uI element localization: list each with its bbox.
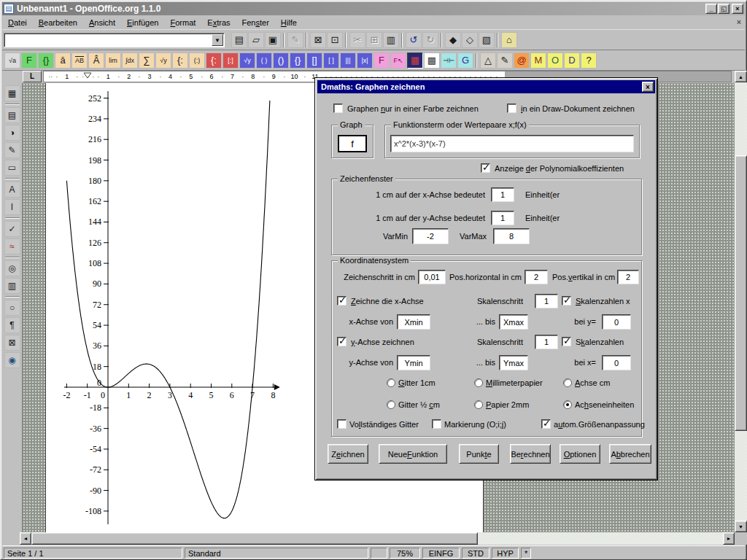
- radio-grid-half-cm[interactable]: [387, 400, 395, 409]
- radio-paper-2mm[interactable]: [474, 400, 483, 409]
- segment-ab-icon[interactable]: AB: [71, 52, 88, 69]
- checkbox-poly-coefficients[interactable]: [481, 163, 490, 173]
- red-brace-icon[interactable]: {:: [206, 52, 222, 69]
- draw-step-field[interactable]: 0,01: [418, 270, 446, 284]
- dmaths-web-icon[interactable]: @: [514, 52, 530, 69]
- draw-button[interactable]: Zeichnen: [328, 444, 368, 464]
- blue-bracket-icon[interactable]: []: [306, 52, 322, 69]
- drawing-tools-icon[interactable]: ✎: [497, 52, 513, 69]
- function-graph[interactable]: -2-1012345678252234216198180162144126108…: [46, 83, 352, 532]
- spellcheck-icon[interactable]: ✓: [4, 221, 20, 237]
- y-axis-from-field[interactable]: Ymin: [397, 355, 430, 370]
- dialog-title-bar[interactable]: Dmaths: Graphen zeichnen: [317, 80, 655, 93]
- indent-marker-icon[interactable]: [83, 72, 92, 79]
- nonprinting-characters-icon[interactable]: ¶: [4, 317, 20, 333]
- insert-icon[interactable]: ▤: [4, 107, 20, 123]
- function-f-icon[interactable]: F: [21, 52, 37, 69]
- menu-hilfe[interactable]: Hilfe: [275, 16, 303, 29]
- y-scale-step-field[interactable]: 1: [535, 335, 558, 349]
- sum-icon[interactable]: ∑: [139, 52, 155, 69]
- checkbox-draw-document[interactable]: [507, 104, 516, 113]
- scroll-left-icon[interactable]: ◄: [20, 532, 31, 545]
- menu-ansicht[interactable]: Ansicht: [83, 16, 121, 29]
- paste-icon[interactable]: ▥: [383, 32, 399, 48]
- checkbox-full-grid[interactable]: [337, 419, 347, 429]
- blue-paren-wide-icon[interactable]: ( ): [256, 52, 272, 69]
- root-y-icon[interactable]: √y: [155, 52, 171, 69]
- online-layout-icon[interactable]: ◉: [4, 352, 20, 368]
- limit-icon[interactable]: lim: [105, 52, 121, 69]
- integral-icon[interactable]: ∫dx: [122, 52, 138, 69]
- tab-stop-selector[interactable]: L: [23, 71, 42, 82]
- status-page-style[interactable]: Standard: [185, 548, 368, 559]
- direct-cursor-icon[interactable]: I: [4, 199, 20, 215]
- geometry-g-icon[interactable]: G: [457, 52, 473, 69]
- edit-file-icon[interactable]: ✎: [287, 32, 303, 48]
- x-scale-field[interactable]: 1: [491, 187, 514, 202]
- checkbox-draw-x-axis[interactable]: [337, 296, 347, 306]
- varmin-field[interactable]: -2: [412, 228, 449, 244]
- function-term-field[interactable]: x^2*(x-3)*(x-7): [390, 135, 634, 152]
- blue-root-icon[interactable]: √y: [239, 52, 255, 69]
- gallery-icon[interactable]: ▧: [479, 32, 495, 48]
- function-pointer-icon[interactable]: F↖: [390, 52, 406, 69]
- dialog-close-icon[interactable]: ×: [642, 82, 654, 92]
- calculate-button[interactable]: Berechnen: [510, 444, 551, 464]
- radio-axis-units[interactable]: [563, 400, 572, 409]
- open-icon[interactable]: ▱: [248, 32, 264, 48]
- checkbox-marking[interactable]: [432, 419, 441, 429]
- grid-paper-icon[interactable]: ▩: [424, 52, 440, 69]
- status-selection-mode[interactable]: STD: [462, 548, 489, 559]
- y-scale-field[interactable]: 1: [491, 211, 514, 225]
- checkbox-scale-numbers-x[interactable]: [562, 296, 571, 306]
- scroll-right-icon[interactable]: ►: [723, 532, 735, 545]
- dmaths-d-icon[interactable]: D: [564, 52, 580, 69]
- status-insert-mode[interactable]: EINFG: [422, 548, 460, 559]
- x-axis-to-field[interactable]: Xmax: [499, 314, 528, 330]
- points-button[interactable]: Punkte: [459, 444, 499, 464]
- pos-vertical-field[interactable]: 2: [617, 270, 639, 284]
- cancel-button[interactable]: Abbrechen: [609, 444, 651, 464]
- minimize-button[interactable]: _: [705, 4, 717, 14]
- close-button[interactable]: ×: [732, 4, 743, 14]
- url-combobox[interactable]: ▼: [4, 33, 225, 47]
- y-axis-to-field[interactable]: Ymax: [499, 355, 528, 370]
- graph-name-field[interactable]: f: [338, 135, 367, 152]
- undo-icon[interactable]: ↺: [406, 32, 422, 48]
- menu-format[interactable]: Format: [164, 16, 201, 29]
- blue-bracket-wide-icon[interactable]: [ ]: [323, 52, 339, 69]
- new-document-icon[interactable]: ▤: [231, 32, 247, 48]
- scroll-down-icon[interactable]: ▼: [735, 521, 747, 532]
- radio-millimeter-paper[interactable]: [474, 378, 483, 387]
- menu-einfuegen[interactable]: Einfügen: [121, 16, 164, 29]
- angle-a-icon[interactable]: Â: [88, 52, 104, 69]
- data-sources-icon[interactable]: ▥: [4, 278, 20, 294]
- paren-colon-icon[interactable]: (:): [189, 52, 205, 69]
- status-hyperlink-mode[interactable]: HYP: [492, 548, 519, 559]
- url-dropdown-button[interactable]: ▼: [212, 34, 223, 46]
- menu-bearbeiten[interactable]: Bearbeiten: [33, 16, 83, 29]
- varmax-field[interactable]: 8: [493, 228, 530, 244]
- checkbox-scale-numbers-y[interactable]: [562, 337, 571, 346]
- dmaths-m-icon[interactable]: M: [530, 52, 546, 69]
- vertical-scroll-thumb[interactable]: [735, 155, 747, 431]
- close-document-icon[interactable]: ×: [733, 17, 745, 28]
- find-replace-icon[interactable]: ◎: [4, 260, 20, 276]
- scroll-up-icon[interactable]: ▲: [735, 71, 747, 82]
- restore-button[interactable]: ◱: [718, 4, 729, 14]
- draw-functions-icon[interactable]: ✎: [4, 142, 20, 158]
- red-bracket-icon[interactable]: [:]: [222, 52, 239, 69]
- parallel-bars-icon[interactable]: |||: [340, 52, 356, 69]
- insert-object-icon[interactable]: ◑: [4, 125, 20, 141]
- redo-icon[interactable]: ↻: [422, 32, 438, 48]
- x-scale-step-field[interactable]: 1: [535, 294, 558, 308]
- document-as-email-icon[interactable]: ⊠: [310, 32, 326, 48]
- menu-extras[interactable]: Extras: [201, 16, 236, 29]
- function-pink-icon[interactable]: F: [374, 52, 390, 69]
- vector-a-icon[interactable]: ā: [55, 52, 71, 69]
- x-axis-from-field[interactable]: Xmin: [397, 314, 430, 330]
- horizontal-scroll-thumb[interactable]: [31, 532, 478, 545]
- horizontal-scrollbar[interactable]: ◄ ►: [20, 532, 735, 545]
- options-button[interactable]: Optionen: [560, 444, 600, 464]
- print-icon[interactable]: ⊡: [327, 32, 343, 48]
